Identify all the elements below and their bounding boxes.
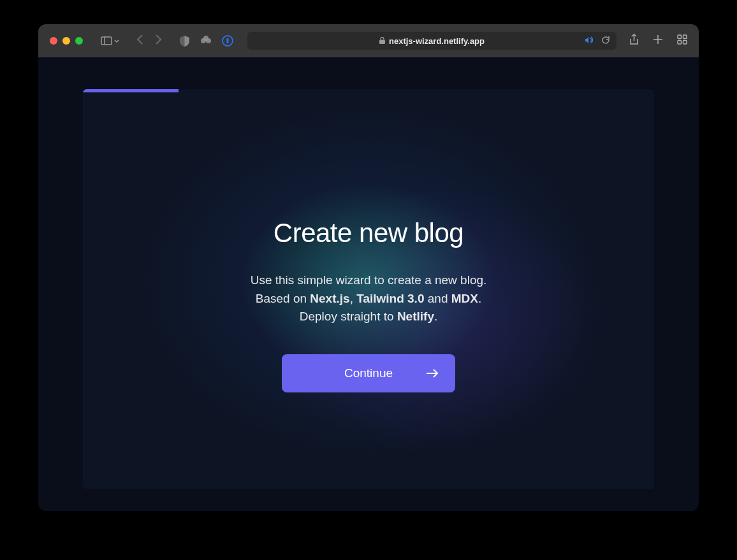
tab-overview-button[interactable] [677, 34, 687, 47]
chevron-down-icon [113, 35, 120, 47]
desc-sep2: and [424, 292, 451, 305]
hero: Create new blog Use this simple wizard t… [83, 92, 654, 489]
desc-line1: Use this simple wizard to create a new b… [251, 273, 487, 287]
audio-icon[interactable] [585, 36, 594, 46]
svg-point-4 [203, 36, 208, 41]
maximize-window-button[interactable] [75, 37, 83, 45]
page-description: Use this simple wizard to create a new b… [251, 271, 487, 326]
url-text: nextjs-wizard.netlify.app [389, 36, 485, 46]
svg-rect-9 [683, 35, 687, 39]
url-bar[interactable]: nextjs-wizard.netlify.app [247, 32, 617, 50]
continue-label: Continue [344, 366, 393, 380]
new-tab-button[interactable] [653, 34, 663, 47]
svg-rect-0 [101, 37, 112, 45]
svg-rect-7 [379, 39, 385, 44]
desc-sep1: , [350, 292, 357, 305]
desc-post: . [478, 292, 481, 305]
desc3-pre: Deploy straight to [300, 310, 397, 323]
extension-icons [179, 35, 233, 47]
desc-netlify: Netlify [397, 310, 434, 323]
share-button[interactable] [629, 34, 639, 48]
titlebar-right [629, 34, 687, 48]
desc-tailwind: Tailwind 3.0 [356, 292, 424, 305]
onepassword-icon[interactable] [222, 35, 233, 47]
page-title: Create new blog [274, 218, 463, 248]
desc-pre: Based on [256, 292, 310, 305]
desc3-post: . [434, 310, 437, 323]
svg-rect-10 [678, 41, 682, 45]
close-window-button[interactable] [50, 37, 57, 45]
desc-mdx: MDX [451, 292, 478, 305]
nav-arrows [136, 34, 162, 48]
shield-icon[interactable] [179, 35, 190, 47]
arrow-right-icon [426, 368, 439, 378]
forward-button[interactable] [155, 34, 162, 48]
desc-nextjs: Next.js [310, 292, 349, 305]
svg-rect-8 [678, 35, 682, 39]
titlebar: nextjs-wizard.netlify.app [38, 24, 699, 57]
lock-icon [379, 37, 385, 45]
continue-button[interactable]: Continue [282, 354, 455, 392]
page-content: Create new blog Use this simple wizard t… [38, 57, 699, 511]
flower-icon[interactable] [200, 35, 212, 47]
sidebar-icon [101, 35, 112, 47]
window-controls [50, 37, 83, 45]
sidebar-toggle[interactable] [101, 35, 120, 47]
back-button[interactable] [136, 34, 143, 48]
svg-rect-11 [683, 41, 687, 45]
reload-button[interactable] [602, 36, 610, 47]
minimize-window-button[interactable] [62, 37, 70, 45]
svg-rect-6 [227, 38, 229, 43]
browser-window: nextjs-wizard.netlify.app [38, 24, 699, 511]
wizard-card: Create new blog Use this simple wizard t… [83, 89, 654, 489]
